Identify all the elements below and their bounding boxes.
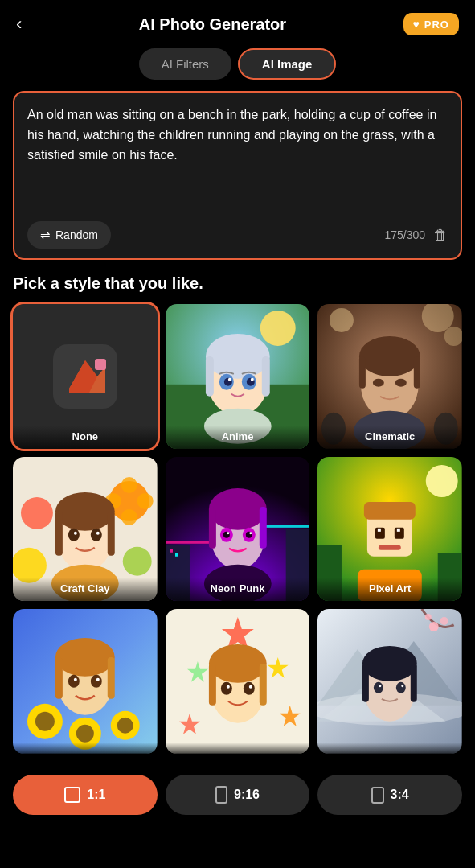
svg-point-23 xyxy=(359,336,420,376)
style-section-title: Pick a style that you like. xyxy=(0,274,475,304)
svg-point-26 xyxy=(373,379,384,387)
pro-label: PRO xyxy=(424,19,449,31)
style-label-none: None xyxy=(13,426,158,449)
svg-point-5 xyxy=(260,311,295,346)
svg-point-15 xyxy=(228,378,231,381)
ratio-bar: 1:1 9:16 3:4 xyxy=(0,762,475,825)
svg-point-113 xyxy=(429,622,439,631)
style-item-row3-left[interactable] xyxy=(13,609,158,754)
svg-point-34 xyxy=(123,546,152,575)
row3-left-card-image xyxy=(13,609,158,754)
random-label: Random xyxy=(55,228,98,241)
svg-rect-52 xyxy=(170,549,173,552)
svg-rect-119 xyxy=(411,664,417,702)
style-label-cinematic: Cinematic xyxy=(317,426,462,449)
svg-point-90 xyxy=(68,675,80,688)
svg-rect-55 xyxy=(261,525,309,528)
svg-point-83 xyxy=(117,718,133,734)
ratio-3-4-icon xyxy=(371,787,384,804)
style-item-neon-punk[interactable]: Neon Punk xyxy=(166,457,310,602)
styles-grid: None xyxy=(0,304,475,754)
svg-point-93 xyxy=(96,678,100,681)
svg-rect-102 xyxy=(209,664,216,706)
ratio-1-1-label: 1:1 xyxy=(87,788,105,802)
style-label-craft-clay: Craft Clay xyxy=(13,578,158,601)
svg-point-57 xyxy=(209,488,267,530)
svg-point-114 xyxy=(440,617,448,625)
none-app-icon xyxy=(53,344,117,409)
row3-right-card-image xyxy=(317,609,462,754)
svg-rect-58 xyxy=(209,507,216,549)
svg-point-16 xyxy=(250,378,253,381)
svg-rect-89 xyxy=(108,657,115,699)
svg-rect-88 xyxy=(55,657,63,699)
svg-rect-103 xyxy=(259,664,266,706)
svg-point-81 xyxy=(35,712,55,731)
svg-rect-75 xyxy=(378,529,381,532)
svg-point-45 xyxy=(91,529,102,541)
style-item-craft-clay[interactable]: Craft Clay xyxy=(13,457,158,602)
row3-mid-card-image xyxy=(166,609,310,754)
svg-rect-10 xyxy=(261,356,269,397)
svg-rect-72 xyxy=(364,502,416,520)
clear-icon[interactable]: 🗑 xyxy=(433,227,448,244)
svg-point-92 xyxy=(74,678,77,681)
style-item-none[interactable]: None xyxy=(13,304,158,449)
random-button[interactable]: ⇌ Random xyxy=(27,221,111,249)
svg-point-85 xyxy=(76,725,94,743)
svg-rect-25 xyxy=(414,356,420,389)
ratio-3-4-button[interactable]: 3:4 xyxy=(317,775,462,815)
prompt-footer: ⇌ Random 175/300 🗑 xyxy=(27,221,448,249)
svg-point-68 xyxy=(426,465,458,497)
svg-point-46 xyxy=(74,531,77,534)
style-label-row3-mid xyxy=(166,743,310,754)
svg-point-107 xyxy=(248,685,252,689)
svg-rect-9 xyxy=(206,356,214,397)
svg-point-105 xyxy=(243,682,254,695)
prompt-container[interactable]: An old man was sitting on a bench in the… xyxy=(13,91,462,260)
tab-ai-filters[interactable]: AI Filters xyxy=(139,48,231,80)
svg-point-101 xyxy=(209,644,267,683)
svg-point-44 xyxy=(68,529,80,541)
svg-point-91 xyxy=(91,675,102,688)
svg-point-117 xyxy=(362,646,417,681)
pro-badge[interactable]: ♥ PRO xyxy=(403,13,459,35)
svg-rect-42 xyxy=(55,512,63,556)
style-item-row3-mid[interactable] xyxy=(166,609,310,754)
svg-rect-76 xyxy=(397,529,400,532)
svg-point-104 xyxy=(221,682,232,695)
ratio-9-16-button[interactable]: 9:16 xyxy=(166,775,310,815)
app-header: ‹ AI Photo Generator ♥ PRO xyxy=(0,0,475,45)
svg-point-120 xyxy=(374,682,383,693)
svg-point-8 xyxy=(206,334,270,379)
style-label-row3-right xyxy=(317,743,462,754)
ratio-1-1-icon xyxy=(64,787,80,803)
style-item-pixel-art[interactable]: Pixel Art xyxy=(317,457,462,602)
ratio-9-16-icon xyxy=(215,786,227,804)
svg-point-27 xyxy=(395,379,407,387)
svg-point-106 xyxy=(227,685,230,689)
style-item-anime[interactable]: Anime xyxy=(166,304,310,449)
ratio-3-4-label: 3:4 xyxy=(391,788,409,802)
style-item-row3-right[interactable] xyxy=(317,609,462,754)
svg-rect-59 xyxy=(259,507,266,549)
shuffle-icon: ⇌ xyxy=(40,228,51,242)
tab-ai-image[interactable]: AI Image xyxy=(238,48,337,80)
ratio-1-1-button[interactable]: 1:1 xyxy=(13,775,158,815)
svg-point-115 xyxy=(425,614,432,620)
back-button[interactable]: ‹ xyxy=(16,14,22,35)
style-label-neon-punk: Neon Punk xyxy=(166,578,310,601)
tab-bar: AI Filters AI Image xyxy=(0,45,475,91)
pro-heart-icon: ♥ xyxy=(413,18,420,31)
svg-rect-24 xyxy=(359,356,366,389)
svg-point-41 xyxy=(55,492,115,531)
svg-rect-77 xyxy=(379,545,401,549)
page-title: AI Photo Generator xyxy=(139,15,286,34)
svg-point-122 xyxy=(379,685,382,688)
svg-rect-53 xyxy=(175,553,178,556)
svg-point-87 xyxy=(55,638,115,677)
ratio-9-16-label: 9:16 xyxy=(234,788,260,802)
style-item-cinematic[interactable]: Cinematic xyxy=(317,304,462,449)
style-label-pixel-art: Pixel Art xyxy=(317,578,462,601)
svg-point-47 xyxy=(96,531,100,534)
